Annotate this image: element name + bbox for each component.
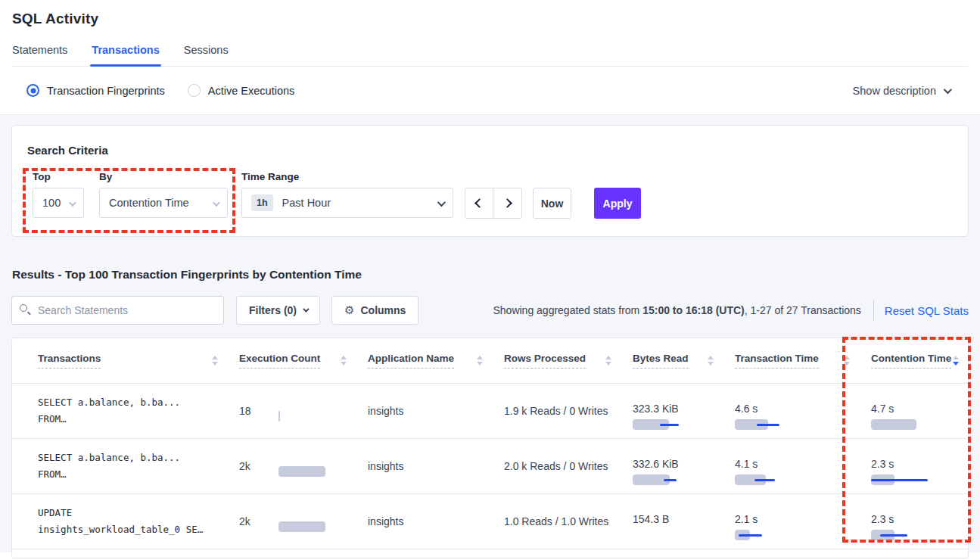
application-name-cell: insights — [356, 515, 492, 527]
bytes-read-cell: 154.3 B — [621, 513, 723, 530]
rows-processed-cell: 1.9 k Reads / 0 Writes — [492, 405, 621, 417]
chevron-down-icon — [944, 85, 952, 93]
chevron-down-icon — [69, 197, 74, 209]
radio-label: Active Executions — [208, 85, 294, 97]
time-range-label: Time Range — [241, 171, 453, 182]
sort-icon[interactable] — [212, 356, 218, 366]
top-field-group: Top 100 — [33, 171, 84, 218]
bytes-read-cell: 323.3 KiB — [621, 403, 723, 419]
previous-time-button[interactable] — [465, 188, 493, 218]
radio-transaction-fingerprints[interactable]: Transaction Fingerprints — [26, 84, 165, 97]
search-field-wrap — [11, 296, 224, 325]
sort-icon[interactable] — [341, 356, 347, 366]
transaction-statement-link[interactable]: UPDATEinsights_workload_table_0 SE… — [12, 505, 227, 538]
column-header-transactions[interactable]: Transactions — [12, 353, 227, 369]
table-row: SELECT a.balance, b.ba...FROM… 18 insigh… — [12, 384, 968, 439]
filters-button[interactable]: Filters (0) — [236, 296, 320, 325]
by-field-group: By Contention Time — [99, 171, 228, 218]
view-toggle-strip: Transaction Fingerprints Active Executio… — [0, 67, 980, 115]
search-criteria-card: Search Criteria Top 100 By Contention Ti… — [11, 125, 969, 237]
search-criteria-heading: Search Criteria — [27, 144, 108, 157]
apply-button[interactable]: Apply — [594, 188, 641, 219]
radio-active-executions[interactable]: Active Executions — [188, 84, 294, 97]
stats-text: Showing aggregated stats from 15:00 to 1… — [493, 300, 969, 320]
sort-icon-active-desc[interactable] — [953, 356, 959, 366]
radio-selected-icon — [26, 84, 39, 97]
contention-time-cell: 2.3 s — [859, 458, 968, 474]
now-button[interactable]: Now — [533, 188, 571, 219]
contention-time-cell: 4.7 s — [859, 403, 968, 419]
column-header-application-name[interactable]: Application Name — [356, 353, 492, 369]
sort-icon[interactable] — [708, 356, 714, 366]
time-range-value: Past Hour — [282, 197, 331, 209]
transaction-time-cell: 4.6 s — [723, 403, 859, 419]
column-header-execution-count[interactable]: Execution Count — [227, 353, 356, 369]
rows-processed-cell: 2.0 k Reads / 0 Writes — [492, 460, 621, 472]
application-name-cell: insights — [356, 405, 492, 417]
tab-statements[interactable]: Statements — [12, 44, 67, 66]
by-label: By — [99, 171, 228, 182]
search-icon — [20, 304, 27, 312]
bytes-read-cell: 332.6 KiB — [621, 458, 723, 474]
columns-button[interactable]: ⚙ Columns — [331, 296, 418, 325]
transaction-statement-link[interactable]: SELECT a.balance, b.ba...FROM… — [12, 450, 227, 483]
page-title: SQL Activity — [12, 11, 968, 27]
column-header-bytes-read[interactable]: Bytes Read — [621, 353, 723, 369]
transaction-statement-link[interactable]: SELECT a.balance, b.ba...FROM… — [12, 394, 227, 428]
execution-count-cell: 18 — [227, 405, 356, 417]
table-row: SELECT a.balance, b.ba...FROM… 2k insigh… — [12, 439, 968, 494]
transaction-time-cell: 2.1 s — [723, 513, 859, 530]
contention-time-cell: 2.3 s — [859, 513, 968, 530]
rows-processed-cell: 1.0 Reads / 1.0 Writes — [492, 515, 621, 527]
time-range-badge: 1h — [251, 194, 273, 211]
radio-unselected-icon — [188, 84, 201, 97]
application-name-cell: insights — [356, 460, 492, 472]
page-body: Search Criteria Top 100 By Contention Ti… — [0, 115, 980, 552]
by-select[interactable]: Contention Time — [99, 188, 228, 218]
sort-icon[interactable] — [477, 356, 483, 366]
tab-sessions[interactable]: Sessions — [184, 44, 229, 66]
by-select-value: Contention Time — [109, 197, 189, 209]
time-nav-buttons — [465, 188, 522, 219]
chevron-down-icon — [213, 197, 218, 209]
results-heading: Results - Top 100 Transaction Fingerprin… — [12, 268, 969, 282]
search-input[interactable] — [11, 296, 224, 325]
table-row: UPDATEinsights_workload_table_0 SE… 2k i… — [12, 494, 968, 549]
tab-bar: Statements Transactions Sessions — [12, 44, 968, 67]
show-description-label: Show description — [853, 85, 936, 97]
time-range-field-group: Time Range 1h Past Hour — [241, 171, 453, 218]
gear-icon: ⚙ — [344, 303, 354, 317]
column-header-rows-processed[interactable]: Rows Processed — [492, 353, 621, 369]
execution-count-cell: 2k — [227, 515, 356, 527]
sort-icon[interactable] — [605, 356, 611, 366]
tab-transactions[interactable]: Transactions — [92, 44, 159, 66]
top-select-value: 100 — [42, 197, 61, 209]
chevron-down-icon — [437, 197, 443, 209]
show-description-toggle[interactable]: Show description — [853, 85, 950, 97]
column-header-contention-time[interactable]: Contention Time — [859, 353, 968, 369]
next-time-button[interactable] — [493, 188, 521, 218]
chevron-right-icon — [502, 198, 512, 208]
vertical-divider — [873, 300, 874, 320]
transactions-table: Transactions Execution Count Application… — [11, 338, 969, 558]
reset-sql-stats-link[interactable]: Reset SQL Stats — [885, 304, 969, 317]
filters-label: Filters (0) — [249, 304, 297, 316]
results-toolbar: Filters (0) ⚙ Columns Showing aggregated… — [11, 296, 969, 325]
chevron-left-icon — [474, 198, 484, 208]
column-header-transaction-time[interactable]: Transaction Time — [723, 353, 859, 369]
app-header: SQL Activity Statements Transactions Ses… — [0, 0, 980, 67]
columns-label: Columns — [360, 304, 406, 316]
execution-count-cell: 2k — [227, 460, 356, 472]
chevron-down-icon — [303, 306, 309, 312]
time-range-select[interactable]: 1h Past Hour — [241, 188, 453, 218]
radio-label: Transaction Fingerprints — [47, 85, 165, 97]
top-select[interactable]: 100 — [33, 188, 84, 218]
table-header-row: Transactions Execution Count Application… — [12, 338, 968, 384]
top-label: Top — [33, 171, 84, 182]
sort-icon[interactable] — [844, 356, 850, 366]
transaction-time-cell: 4.1 s — [723, 458, 859, 474]
